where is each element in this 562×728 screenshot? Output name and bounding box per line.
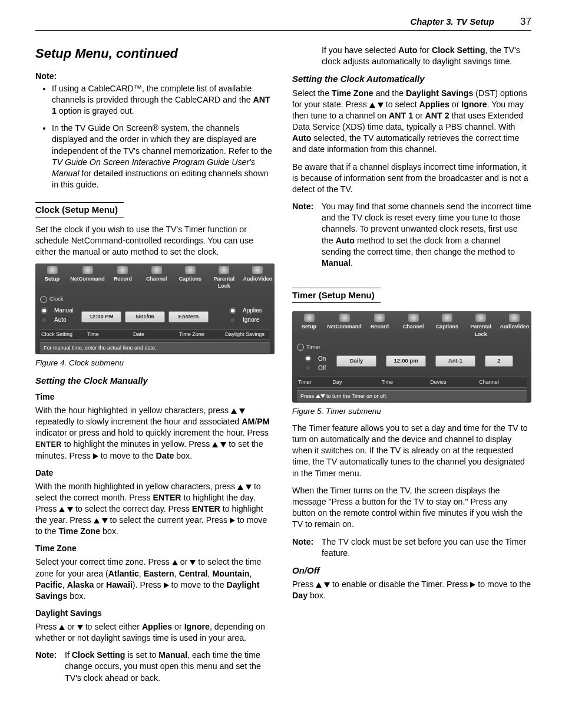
bullet-item: In the TV Guide On Screen® system, the c… bbox=[52, 123, 275, 190]
up-arrow-icon bbox=[316, 394, 320, 398]
auto-p2: Be aware that if a channel displays inco… bbox=[292, 162, 531, 196]
subsub-date: Date bbox=[35, 467, 275, 479]
figure-5-timer-submenu: Setup NetCommand Record Channel Captions… bbox=[292, 311, 531, 402]
clock-icon bbox=[40, 296, 47, 303]
tab-setup[interactable]: Setup bbox=[292, 314, 326, 337]
bullet-item: If using a CableCARD™, the complete list… bbox=[52, 83, 275, 117]
field-time[interactable]: 12:00 PM bbox=[81, 311, 121, 322]
up-arrow-icon bbox=[94, 518, 100, 523]
field-time[interactable]: 12:00 pm bbox=[386, 355, 426, 367]
radio-auto[interactable] bbox=[40, 316, 48, 324]
section-clock: Clock (Setup Menu) bbox=[35, 202, 124, 218]
right-arrow-icon bbox=[230, 518, 235, 523]
down-arrow-icon bbox=[378, 103, 384, 108]
up-arrow-icon bbox=[231, 409, 237, 414]
tab-setup[interactable]: Setup bbox=[35, 266, 69, 289]
right-arrow-icon bbox=[93, 453, 98, 459]
tab-netcommand[interactable]: NetCommand bbox=[326, 314, 363, 337]
timer-note: Note: The TV clock must be set before yo… bbox=[292, 536, 531, 559]
radio-off[interactable] bbox=[304, 364, 312, 372]
page-number: 37 bbox=[520, 15, 531, 29]
down-arrow-icon bbox=[67, 507, 73, 512]
section-timer: Timer (Setup Menu) bbox=[292, 288, 381, 303]
down-arrow-icon bbox=[320, 394, 325, 398]
right-top-note-2: If you have selected Auto for Clock Sett… bbox=[292, 45, 531, 67]
dst-body: Press or to select either Applies or Ign… bbox=[35, 621, 275, 644]
tab-record[interactable]: Record bbox=[363, 314, 396, 337]
down-arrow-icon bbox=[190, 560, 196, 565]
up-arrow-icon bbox=[237, 485, 243, 490]
timer-p1: The Timer feature allows you to set a da… bbox=[292, 423, 531, 479]
down-arrow-icon bbox=[324, 582, 330, 588]
figure-4-caption: Figure 4. Clock submenu bbox=[35, 358, 275, 368]
up-arrow-icon bbox=[212, 442, 218, 447]
hint-text: For manual time, enter the actual time a… bbox=[40, 342, 270, 353]
date-body: With the month highlighted in yellow cha… bbox=[35, 481, 275, 538]
up-arrow-icon bbox=[59, 625, 65, 630]
page-header: Chapter 3. TV Setup 37 bbox=[35, 15, 531, 31]
radio-manual[interactable] bbox=[40, 307, 48, 315]
right-arrow-icon bbox=[470, 582, 475, 588]
onoff-body: Press to enable or disable the Timer. Pr… bbox=[292, 579, 531, 601]
radio-applies[interactable] bbox=[229, 307, 237, 315]
field-day[interactable]: Daily bbox=[336, 355, 376, 367]
auto-note: Note: You may find that some channels se… bbox=[292, 201, 531, 269]
subsub-timezone: Time Zone bbox=[35, 543, 275, 554]
up-arrow-icon bbox=[172, 560, 178, 565]
tz-body: Select your correct time zone. Press or … bbox=[35, 556, 275, 602]
radio-ignore[interactable] bbox=[229, 316, 237, 324]
clock-icon bbox=[297, 344, 304, 351]
right-top-note: Note: If Clock Setting is set to Manual,… bbox=[35, 650, 275, 684]
time-body: With the hour highlighted in yellow char… bbox=[35, 405, 275, 462]
subheading-auto-clock: Setting the Clock Automatically bbox=[292, 73, 531, 85]
field-date[interactable]: 5/01/06 bbox=[125, 311, 165, 322]
down-arrow-icon bbox=[77, 625, 83, 630]
field-channel[interactable]: 2 bbox=[485, 355, 513, 367]
tab-parental-lock[interactable]: Parental Lock bbox=[207, 266, 241, 289]
field-timezone[interactable]: Eastern bbox=[168, 311, 209, 322]
tab-audiovideo[interactable]: AudioVideo bbox=[498, 314, 531, 337]
field-device[interactable]: Ant-1 bbox=[435, 355, 475, 367]
hint-text: Press to turn the Timer on or off. bbox=[297, 390, 527, 401]
subheading-manual-clock: Setting the Clock Manually bbox=[35, 375, 275, 387]
down-arrow-icon bbox=[102, 518, 108, 523]
up-arrow-icon bbox=[316, 582, 322, 588]
note-bullets: If using a CableCARD™, the complete list… bbox=[52, 83, 275, 191]
down-arrow-icon bbox=[220, 442, 226, 447]
note-label: Note: bbox=[35, 71, 57, 81]
radio-on[interactable] bbox=[304, 354, 312, 363]
timer-p2: When the Timer turns on the TV, the scre… bbox=[292, 485, 531, 531]
up-arrow-icon bbox=[369, 103, 375, 108]
tab-channel[interactable]: Channel bbox=[140, 266, 173, 289]
tab-channel[interactable]: Channel bbox=[396, 314, 430, 337]
tab-captions[interactable]: Captions bbox=[173, 266, 207, 289]
tab-parental-lock[interactable]: Parental Lock bbox=[464, 314, 498, 337]
subheading-onoff: On/Off bbox=[292, 565, 531, 577]
down-arrow-icon bbox=[239, 409, 245, 414]
tab-captions[interactable]: Captions bbox=[430, 314, 464, 337]
subsub-dst: Daylight Savings bbox=[35, 608, 275, 619]
clock-intro: Set the clock if you wish to use the TV'… bbox=[35, 224, 275, 258]
auto-p1: Select the Time Zone and the Daylight Sa… bbox=[292, 88, 531, 156]
up-arrow-icon bbox=[59, 507, 65, 512]
tab-audiovideo[interactable]: AudioVideo bbox=[241, 266, 275, 289]
chapter-title: Chapter 3. TV Setup bbox=[410, 17, 494, 27]
tab-netcommand[interactable]: NetCommand bbox=[69, 266, 106, 289]
figure-5-caption: Figure 5. Timer submenu bbox=[292, 406, 531, 417]
subsub-time: Time bbox=[35, 391, 275, 403]
main-heading: Setup Menu, continued bbox=[35, 45, 275, 62]
figure-4-clock-submenu: Setup NetCommand Record Channel Captions… bbox=[35, 263, 275, 354]
down-arrow-icon bbox=[246, 485, 252, 490]
tab-record[interactable]: Record bbox=[106, 266, 140, 289]
right-arrow-icon bbox=[164, 582, 169, 588]
